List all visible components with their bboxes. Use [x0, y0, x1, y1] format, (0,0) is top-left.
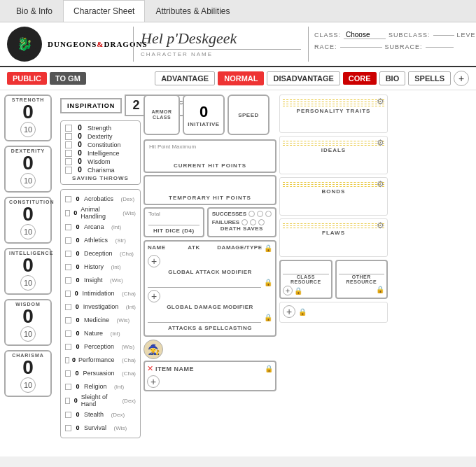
initiative-value[interactable]: 0	[200, 103, 208, 121]
constitution-base[interactable]: 10	[20, 224, 36, 239]
animal-handling-val: 0	[72, 209, 78, 216]
deception-check[interactable]	[65, 251, 71, 257]
survival-check[interactable]	[65, 425, 71, 431]
acrobatics-check[interactable]	[65, 196, 71, 202]
bonds-gear-icon[interactable]: ⚙	[377, 179, 384, 189]
tab-bio-info[interactable]: Bio & Info	[6, 0, 63, 22]
class-field[interactable]: Choose	[344, 31, 386, 39]
bio-button[interactable]: BIO	[379, 71, 406, 85]
dexterity-save-check[interactable]	[65, 133, 72, 140]
persuasion-check[interactable]	[65, 370, 71, 377]
perception-check[interactable]	[65, 344, 71, 350]
stealth-check[interactable]	[65, 412, 71, 418]
global-damage-row: 🔒	[148, 312, 272, 323]
religion-check[interactable]	[65, 384, 71, 390]
flaws-gear-icon[interactable]: ⚙	[377, 221, 384, 230]
wisdom-base[interactable]: 10	[20, 326, 36, 342]
stats-column: STRENGTH 0 10 DEXTERITY 0 10 CONSTITUTIO…	[4, 95, 57, 438]
wisdom-modifier[interactable]: 0	[7, 307, 49, 326]
strength-base[interactable]: 10	[20, 122, 36, 137]
charisma-box: CHARISMA 0 10	[4, 350, 52, 397]
race-field[interactable]	[340, 47, 382, 48]
inspiration-box[interactable]: INSPIRATION	[60, 98, 122, 113]
charisma-base[interactable]: 10	[20, 377, 36, 393]
proficiency-value[interactable]: 2	[130, 98, 142, 113]
strength-save-check[interactable]	[65, 125, 72, 132]
wisdom-save-check[interactable]	[65, 158, 72, 165]
personality-gear-icon[interactable]: ⚙	[377, 97, 384, 106]
intelligence-base[interactable]: 10	[20, 275, 36, 291]
arcana-check[interactable]	[65, 224, 71, 230]
tab-character-sheet[interactable]: Character Sheet	[63, 0, 145, 22]
other-resource-input[interactable]	[339, 263, 385, 274]
charisma-modifier[interactable]: 0	[7, 358, 49, 377]
intelligence-modifier[interactable]: 0	[7, 256, 49, 275]
ideals-section: ⚙ IDEALS	[279, 136, 388, 174]
athletics-check[interactable]	[65, 237, 71, 244]
persuasion-val: 0	[73, 370, 80, 377]
normal-button[interactable]: NORMAL	[218, 71, 264, 85]
success-circle-2[interactable]	[257, 211, 263, 217]
add-bottom-resource-button[interactable]: +	[283, 305, 295, 318]
add-class-resource-button[interactable]: +	[283, 286, 293, 295]
core-button[interactable]: CORE	[343, 72, 377, 85]
bonds-section: ⚙ BONDS	[279, 177, 388, 216]
subrace-field[interactable]	[426, 47, 454, 48]
item-row: ✕ ITEM NAME 🔒	[147, 364, 273, 373]
failure-circle-1[interactable]	[241, 219, 248, 225]
public-button[interactable]: PUBLIC	[7, 72, 47, 85]
ideals-gear-icon[interactable]: ⚙	[377, 138, 384, 148]
dexterity-modifier[interactable]: 0	[7, 153, 49, 173]
success-circle-3[interactable]	[265, 211, 272, 217]
insight-check[interactable]	[65, 277, 71, 284]
intelligence-block: INTELLIGENCE 0 10	[4, 248, 57, 295]
class-resource-input[interactable]	[283, 263, 329, 274]
add-item-button[interactable]: +	[147, 375, 160, 388]
intelligence-save-check[interactable]	[65, 150, 72, 157]
spells-button[interactable]: SPELLS	[408, 71, 451, 85]
failure-circle-2[interactable]	[250, 219, 256, 225]
character-name[interactable]: Hel p'Deskgeek	[141, 29, 301, 50]
class-label: CLASS:	[314, 32, 341, 39]
success-circle-1[interactable]	[248, 211, 255, 217]
bonds-label: BONDS	[283, 188, 384, 195]
investigation-name: Investigation	[83, 303, 119, 310]
constitution-modifier[interactable]: 0	[7, 204, 49, 224]
charisma-save-check[interactable]	[65, 167, 72, 174]
failure-circle-3[interactable]	[258, 219, 265, 225]
item-x-icon[interactable]: ✕	[147, 364, 153, 373]
advantage-button[interactable]: ADVANTAGE	[155, 71, 215, 85]
dexterity-base[interactable]: 10	[20, 173, 36, 188]
investigation-check[interactable]	[65, 304, 71, 310]
sleight-of-hand-check[interactable]	[65, 398, 70, 404]
deception-attr: (Cha)	[120, 251, 134, 257]
performance-check[interactable]	[65, 357, 69, 363]
add-global-attack-button[interactable]: +	[148, 290, 160, 302]
history-check[interactable]	[65, 264, 71, 270]
dexterity-block: DEXTERITY 0 10	[4, 146, 57, 193]
togm-button[interactable]: TO GM	[50, 72, 86, 85]
traits-column: ⚙ PERSONALITY TRAITS ⚙ IDEALS	[279, 95, 388, 438]
global-damage-input[interactable]	[148, 312, 261, 323]
history-val: 0	[74, 263, 82, 270]
svg-text:🐉: 🐉	[17, 36, 33, 52]
add-section-button[interactable]: +	[454, 71, 469, 86]
animal-handling-check[interactable]	[65, 210, 70, 216]
strength-modifier[interactable]: 0	[7, 102, 49, 122]
class-resource-lock-icon: 🔒	[294, 287, 302, 295]
nature-check[interactable]	[65, 330, 71, 337]
medicine-check[interactable]	[65, 317, 71, 323]
tab-attributes[interactable]: Attributes & Abilities	[145, 0, 240, 22]
intimidation-check[interactable]	[65, 291, 71, 297]
combat-column: ARMORCLASS 0 INITIATIVE SPEED Hit Point …	[144, 95, 276, 438]
personality-traits-box: ⚙ PERSONALITY TRAITS	[279, 95, 388, 133]
wisdom-box: WISDOM 0 10	[4, 299, 52, 346]
subclass-field[interactable]	[433, 35, 454, 36]
athletics-attr: (Str)	[115, 237, 126, 244]
global-attack-input[interactable]	[148, 277, 261, 288]
disadvantage-button[interactable]: DISADVANTAGE	[267, 71, 340, 85]
add-attack-button[interactable]: +	[148, 255, 160, 267]
constitution-save-check[interactable]	[65, 141, 72, 148]
insight-val: 0	[74, 277, 82, 284]
hitdice-death-row: Total HIT DICE (D4) SUCCESSES FAILURES	[144, 207, 276, 237]
